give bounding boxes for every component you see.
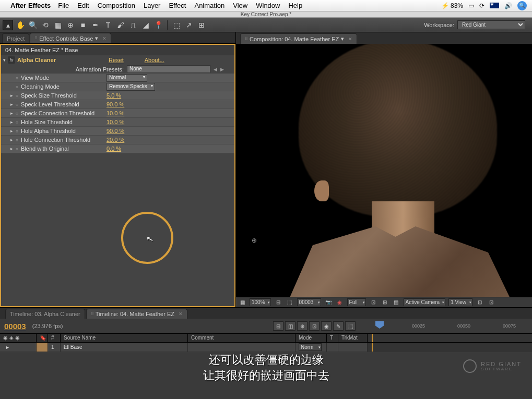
tab-project[interactable]: Project <box>2 33 29 43</box>
hand-tool[interactable]: ✋ <box>15 20 26 30</box>
param-dropdown[interactable]: Normal <box>107 74 147 82</box>
about-link[interactable]: About... <box>145 57 164 63</box>
workspace-select[interactable]: Red Giant <box>457 20 525 29</box>
keyframe-icon[interactable]: ○ <box>16 102 21 107</box>
tab-composition[interactable]: ⠿Composition: 04. Matte Feather EZ ▾✕ <box>240 33 357 44</box>
playhead-icon[interactable] <box>375 321 384 329</box>
brush-tool[interactable]: 🖌 <box>115 20 126 30</box>
tl-btn-3[interactable]: ⊕ <box>297 321 308 331</box>
keyframe-icon[interactable]: ○ <box>16 120 21 125</box>
param-value[interactable]: 10.0 % <box>107 119 124 125</box>
resolution-dropdown[interactable]: Full <box>347 298 366 306</box>
camera-dropdown[interactable]: Active Camera <box>404 298 446 306</box>
sync-icon[interactable]: ⟳ <box>479 2 484 9</box>
tab-effect-controls[interactable]: ⠿Effect Controls: Base ▾✕ <box>30 33 111 43</box>
reset-link[interactable]: Reset <box>109 57 124 63</box>
keyframe-icon[interactable]: ○ <box>16 76 21 80</box>
camera-tool[interactable]: ▦ <box>53 20 63 30</box>
twirl-icon[interactable]: ▸ <box>10 93 16 98</box>
flag-icon[interactable] <box>490 3 499 8</box>
twirl-icon[interactable]: ▸ <box>10 111 16 116</box>
current-time[interactable]: 00003 <box>4 322 26 331</box>
param-value[interactable]: 20.0 % <box>107 137 124 143</box>
pan-behind-tool[interactable]: ⊕ <box>65 20 76 30</box>
zoom-tool[interactable]: 🔍 <box>28 20 38 30</box>
channel-icon[interactable]: ◉ <box>336 299 344 306</box>
twirl-icon[interactable]: ▸ <box>10 137 16 142</box>
composition-viewer[interactable]: ⊕ <box>236 44 532 297</box>
text-tool[interactable]: T <box>103 20 113 30</box>
keyframe-icon[interactable]: ○ <box>16 93 21 98</box>
param-value[interactable]: 90.0 % <box>107 101 124 107</box>
guide-icon[interactable]: ⊞ <box>381 299 389 306</box>
keyframe-icon[interactable]: ○ <box>16 111 21 116</box>
close-icon[interactable]: ✕ <box>348 37 352 42</box>
s3-icon[interactable]: ⊞ <box>196 20 207 30</box>
eraser-tool[interactable]: ◢ <box>140 20 151 30</box>
preset-next-icon[interactable]: ▶ <box>220 67 224 72</box>
transparency-icon[interactable]: ▨ <box>392 299 400 306</box>
spotlight-icon[interactable]: 🔍 <box>517 1 527 10</box>
twirl-icon[interactable]: ▾ <box>3 57 6 63</box>
views-dropdown[interactable]: 1 View <box>448 298 472 306</box>
twirl-icon[interactable]: ▸ <box>10 102 16 107</box>
region-icon[interactable]: ⬚ <box>286 299 294 306</box>
mode-dropdown[interactable]: Norm <box>299 343 322 351</box>
exposure-icon[interactable]: ⊡ <box>487 299 495 306</box>
param-dropdown[interactable]: Remove Specks <box>107 83 155 91</box>
menu-help[interactable]: Help <box>288 2 302 9</box>
param-value[interactable]: 90.0 % <box>107 128 124 134</box>
keyframe-icon[interactable]: ○ <box>16 129 21 134</box>
tl-btn-4[interactable]: ⊡ <box>309 321 320 331</box>
tl-btn-6[interactable]: ✎ <box>333 321 344 331</box>
clone-tool[interactable]: ⎍ <box>128 20 138 30</box>
menu-composition[interactable]: Composition <box>98 2 135 9</box>
presets-dropdown[interactable]: None <box>127 65 210 73</box>
menu-view[interactable]: View <box>233 2 247 9</box>
close-icon[interactable]: ✕ <box>179 311 183 317</box>
tl-btn-7[interactable]: ⬚ <box>345 321 356 331</box>
menu-layer[interactable]: Layer <box>144 2 161 9</box>
grid-icon[interactable]: ▦ <box>238 299 246 306</box>
time-ruler[interactable]: 00025 00050 00075 <box>371 321 528 331</box>
tl-btn-2[interactable]: ◫ <box>285 321 295 331</box>
param-value[interactable]: 0.0 % <box>107 146 121 152</box>
layer-row[interactable]: ▸ 1 🎞 Base Norm <box>0 343 532 352</box>
keyframe-icon[interactable]: ○ <box>16 147 21 151</box>
s2-icon[interactable]: ↗ <box>184 20 194 30</box>
toggle-icon[interactable]: ⊡ <box>369 299 377 306</box>
menu-effect[interactable]: Effect <box>169 2 186 9</box>
menu-animation[interactable]: Animation <box>194 2 224 9</box>
preset-prev-icon[interactable]: ◀ <box>214 67 217 72</box>
param-value[interactable]: 5.0 % <box>107 92 121 99</box>
twirl-icon[interactable]: ▸ <box>10 146 16 151</box>
twirl-icon[interactable]: ▸ <box>10 128 16 134</box>
param-value[interactable]: 10.0 % <box>107 110 124 116</box>
fx-icon[interactable]: fx <box>8 56 15 64</box>
timeline-tab-0[interactable]: Timeline: 03. Alpha Cleaner <box>5 309 85 319</box>
volume-icon[interactable]: 🔊 <box>504 2 512 9</box>
display-icon[interactable]: ▭ <box>468 2 474 9</box>
timeline-tab-1[interactable]: ⠿Timeline: 04. Matte Feather EZ✕ <box>86 309 187 319</box>
rotate-tool[interactable]: ⟲ <box>40 20 51 30</box>
res-icon[interactable]: ⊟ <box>274 299 282 306</box>
app-name[interactable]: After Effects <box>10 2 51 9</box>
keyframe-icon[interactable]: ○ <box>16 138 21 142</box>
menu-file[interactable]: File <box>58 2 69 9</box>
col-label-icon[interactable]: 🔖 <box>37 334 48 342</box>
menu-window[interactable]: Window <box>256 2 280 9</box>
battery-status[interactable]: ⚡ 83% <box>441 2 463 9</box>
pen-tool[interactable]: ✒ <box>90 20 101 30</box>
menu-edit[interactable]: Edit <box>77 2 89 9</box>
shape-tool[interactable]: ■ <box>78 20 88 30</box>
close-icon[interactable]: ✕ <box>102 36 107 41</box>
frame-display[interactable]: 00003 <box>297 298 321 306</box>
selection-tool[interactable]: ▴ <box>3 20 13 30</box>
twirl-icon[interactable]: ▸ <box>10 119 16 125</box>
keyframe-icon[interactable]: ○ <box>16 84 21 89</box>
puppet-tool[interactable]: 📍 <box>153 20 163 30</box>
pixel-icon[interactable]: ⊡ <box>476 299 484 306</box>
s1-icon[interactable]: ⬚ <box>171 20 182 30</box>
zoom-dropdown[interactable]: 100% <box>250 298 271 306</box>
tl-btn-5[interactable]: ◉ <box>321 321 332 331</box>
